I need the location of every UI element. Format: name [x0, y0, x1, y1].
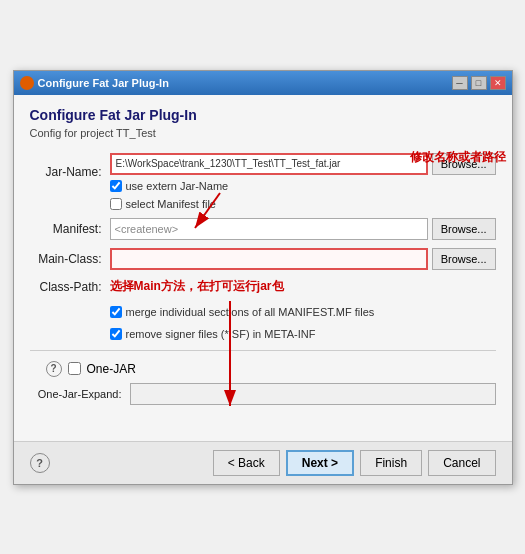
minimize-button[interactable]: ─ — [452, 76, 468, 90]
select-manifest-label: select Manifest file — [126, 198, 216, 210]
manifest-label: Manifest: — [30, 222, 110, 236]
arrow-to-next — [170, 291, 290, 421]
footer-buttons: < Back Next > Finish Cancel — [213, 450, 496, 476]
annotation-rename: 修改名称或者路径 — [410, 149, 506, 166]
dialog-subtitle: Config for project TT_Test — [30, 127, 496, 139]
one-jar-help-icon[interactable]: ? — [46, 361, 62, 377]
one-jar-expand-label: One-Jar-Expand: — [30, 388, 130, 400]
jar-name-label: Jar-Name: — [30, 165, 110, 179]
window-icon — [20, 76, 34, 90]
select-manifest-checkbox-row: select Manifest file — [110, 198, 216, 210]
manifest-input[interactable] — [110, 218, 428, 240]
footer-help-icon[interactable]: ? — [30, 453, 50, 473]
maximize-button[interactable]: □ — [471, 76, 487, 90]
main-class-label: Main-Class: — [30, 252, 110, 266]
use-extern-checkbox-row: use extern Jar-Name — [110, 180, 496, 192]
jar-name-input[interactable] — [110, 153, 428, 175]
class-path-field: 选择Main方法，在打可运行jar包 merge individual sect… — [110, 278, 496, 340]
title-bar-left: Configure Fat Jar Plug-In — [20, 76, 169, 90]
close-button[interactable]: ✕ — [490, 76, 506, 90]
footer: ? < Back Next > Finish Cancel — [14, 441, 512, 484]
main-class-input[interactable] — [110, 248, 428, 270]
main-class-browse-button[interactable]: Browse... — [432, 248, 496, 270]
next-button[interactable]: Next > — [286, 450, 354, 476]
select-manifest-checkbox[interactable] — [110, 198, 122, 210]
merge-checkbox[interactable] — [110, 306, 122, 318]
footer-left: ? — [30, 453, 50, 473]
merge-checkbox-row: merge individual sections of all MANIFES… — [110, 306, 496, 318]
dialog-title: Configure Fat Jar Plug-In — [30, 107, 496, 123]
manifest-input-row: Browse... — [110, 218, 496, 240]
use-extern-label: use extern Jar-Name — [126, 180, 229, 192]
one-jar-checkbox[interactable] — [68, 362, 81, 375]
main-class-input-row: Browse... — [110, 248, 496, 270]
select-manifest-row: select Manifest file — [30, 196, 496, 210]
manifest-browse-button[interactable]: Browse... — [432, 218, 496, 240]
manifest-row: Manifest: Browse... — [30, 218, 496, 240]
finish-button[interactable]: Finish — [360, 450, 422, 476]
title-bar: Configure Fat Jar Plug-In ─ □ ✕ — [14, 71, 512, 95]
remove-signer-checkbox[interactable] — [110, 328, 122, 340]
annotation-main: 选择Main方法，在打可运行jar包 — [110, 278, 496, 295]
remove-signer-checkbox-row: remove signer files (*.SF) in META-INF — [110, 328, 496, 340]
one-jar-label: One-JAR — [87, 362, 136, 376]
use-extern-checkbox[interactable] — [110, 180, 122, 192]
main-class-row: Main-Class: Browse... — [30, 248, 496, 270]
jar-name-row: Jar-Name: Browse... use extern Jar-Name … — [30, 153, 496, 192]
class-path-label: Class-Path: — [30, 278, 110, 294]
cancel-button[interactable]: Cancel — [428, 450, 495, 476]
title-bar-controls: ─ □ ✕ — [452, 76, 506, 90]
title-bar-title: Configure Fat Jar Plug-In — [38, 77, 169, 89]
back-button[interactable]: < Back — [213, 450, 280, 476]
main-window: Configure Fat Jar Plug-In ─ □ ✕ Configur… — [13, 70, 513, 485]
dialog-content: Configure Fat Jar Plug-In Config for pro… — [14, 95, 512, 441]
arrow-area — [30, 411, 496, 431]
